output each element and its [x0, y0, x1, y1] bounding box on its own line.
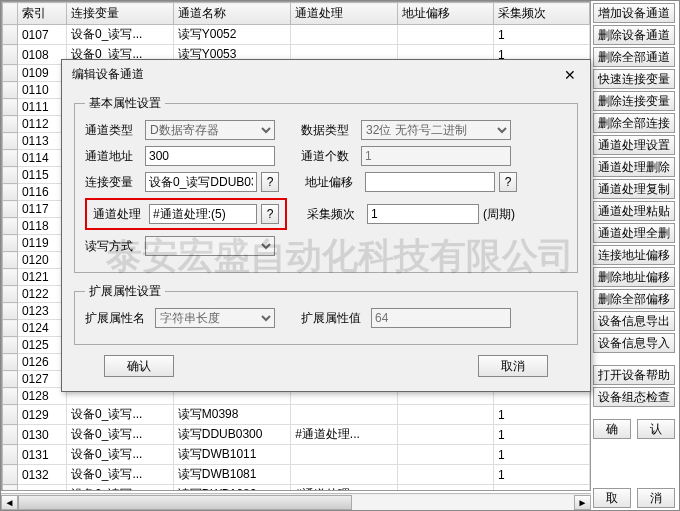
cell-idx[interactable]: 0111 [17, 99, 66, 116]
row-selector[interactable] [3, 405, 18, 425]
scroll-left-button[interactable]: ◄ [1, 495, 18, 510]
table-row[interactable]: 0130设备0_读写...读写DDUB0300#通道处理...1 [3, 425, 590, 445]
cell-offset[interactable] [397, 405, 493, 425]
cell-idx[interactable]: 0120 [17, 252, 66, 269]
row-selector[interactable] [3, 485, 18, 492]
cell-idx[interactable]: 0127 [17, 371, 66, 388]
table-row[interactable]: 0131设备0_读写...读写DWB10111 [3, 445, 590, 465]
cancel-button[interactable]: 取消 [478, 355, 548, 377]
row-selector[interactable] [3, 201, 18, 218]
select-extname[interactable]: 字符串长度 [155, 308, 275, 328]
select-chtype[interactable]: D数据寄存器 [145, 120, 275, 140]
cell-name[interactable]: 读写DWB1081 [173, 465, 290, 485]
scroll-right-button[interactable]: ► [574, 495, 591, 510]
row-selector[interactable] [3, 235, 18, 252]
table-row[interactable]: 0107设备0_读写...读写Y00521 [3, 25, 590, 45]
side-button[interactable]: 快速连接变量 [593, 69, 675, 89]
cell-freq[interactable]: 1 [493, 465, 589, 485]
cell-proc[interactable]: #通道处理... [291, 485, 398, 492]
ok-button[interactable]: 确认 [104, 355, 174, 377]
row-selector[interactable] [3, 65, 18, 82]
row-selector[interactable] [3, 82, 18, 99]
row-selector[interactable] [3, 269, 18, 286]
table-row[interactable]: 0132设备0_读写...读写DWB10811 [3, 465, 590, 485]
cell-name[interactable]: 读写Y0052 [173, 25, 290, 45]
row-selector[interactable] [3, 167, 18, 184]
row-selector[interactable] [3, 371, 18, 388]
input-addr[interactable] [145, 146, 275, 166]
cell-idx[interactable]: 0126 [17, 354, 66, 371]
cell-idx[interactable]: 0107 [17, 25, 66, 45]
cell-idx[interactable]: 0132 [17, 465, 66, 485]
cell-idx[interactable]: 0125 [17, 337, 66, 354]
cell-idx[interactable]: 0115 [17, 167, 66, 184]
col-header[interactable]: 通道处理 [291, 3, 398, 25]
cell-freq[interactable]: 1 [493, 425, 589, 445]
cell-idx[interactable]: 0122 [17, 286, 66, 303]
col-header[interactable]: 地址偏移 [397, 3, 493, 25]
cell-name[interactable]: 读写DWB1011 [173, 445, 290, 465]
side-button[interactable]: 删除地址偏移 [593, 267, 675, 287]
side-button[interactable]: 删除连接变量 [593, 91, 675, 111]
side-button[interactable]: 通道处理设置 [593, 135, 675, 155]
select-dtype[interactable]: 32位 无符号二进制 [361, 120, 511, 140]
side-button[interactable]: 通道处理删除 [593, 157, 675, 177]
row-selector[interactable] [3, 320, 18, 337]
horizontal-scrollbar[interactable]: ◄ ► [1, 493, 591, 510]
side-button[interactable]: 打开设备帮助 [593, 365, 675, 385]
side-confirm-button[interactable]: 认 [637, 419, 675, 439]
close-icon[interactable]: ✕ [560, 67, 580, 83]
row-selector[interactable] [3, 45, 18, 65]
offset-help-button[interactable]: ? [499, 172, 517, 192]
col-header[interactable]: 采集频次 [493, 3, 589, 25]
row-selector[interactable] [3, 425, 18, 445]
cell-offset[interactable] [397, 445, 493, 465]
cell-idx[interactable]: 0131 [17, 445, 66, 465]
cell-var[interactable]: 设备0_读写... [67, 445, 174, 465]
cell-var[interactable]: 设备0_读写... [67, 425, 174, 445]
scroll-track[interactable] [18, 495, 574, 510]
side-button[interactable]: 设备信息导出 [593, 311, 675, 331]
table-row[interactable]: 0129设备0_读写...读写M03981 [3, 405, 590, 425]
side-button[interactable]: 删除全部连接 [593, 113, 675, 133]
cell-offset[interactable] [397, 25, 493, 45]
cell-idx[interactable]: 0113 [17, 133, 66, 150]
row-selector[interactable] [3, 116, 18, 133]
cell-idx[interactable]: 0110 [17, 82, 66, 99]
cell-idx[interactable]: 0130 [17, 425, 66, 445]
input-linkvar[interactable] [145, 172, 257, 192]
cell-freq[interactable]: 1 [493, 445, 589, 465]
side-confirm-button[interactable]: 确 [593, 419, 631, 439]
side-button[interactable]: 连接地址偏移 [593, 245, 675, 265]
side-button[interactable]: 通道处理粘贴 [593, 201, 675, 221]
cell-offset[interactable] [397, 465, 493, 485]
cell-proc[interactable] [291, 405, 398, 425]
select-rwmode[interactable] [145, 236, 275, 256]
input-offset[interactable] [365, 172, 495, 192]
cell-idx[interactable]: 0114 [17, 150, 66, 167]
col-header[interactable]: 通道名称 [173, 3, 290, 25]
cell-idx[interactable]: 0133 [17, 485, 66, 492]
cell-freq[interactable]: 1 [493, 25, 589, 45]
side-button[interactable]: 设备组态检查 [593, 387, 675, 407]
cell-idx[interactable]: 0121 [17, 269, 66, 286]
side-button[interactable]: 通道处理全删 [593, 223, 675, 243]
linkvar-help-button[interactable]: ? [261, 172, 279, 192]
row-selector[interactable] [3, 133, 18, 150]
cell-proc[interactable] [291, 25, 398, 45]
row-selector[interactable] [3, 25, 18, 45]
cell-idx[interactable]: 0129 [17, 405, 66, 425]
proc-help-button[interactable]: ? [261, 204, 279, 224]
col-header[interactable]: 连接变量 [67, 3, 174, 25]
cell-var[interactable]: 设备0_读写... [67, 25, 174, 45]
cell-idx[interactable]: 0124 [17, 320, 66, 337]
side-button[interactable]: 通道处理复制 [593, 179, 675, 199]
input-freq[interactable] [367, 204, 479, 224]
cell-idx[interactable]: 0112 [17, 116, 66, 133]
row-selector[interactable] [3, 99, 18, 116]
row-selector[interactable] [3, 218, 18, 235]
cell-idx[interactable]: 0108 [17, 45, 66, 65]
cell-freq[interactable]: 1 [493, 485, 589, 492]
col-header[interactable]: 索引 [17, 3, 66, 25]
cell-var[interactable]: 设备0_读写... [67, 485, 174, 492]
